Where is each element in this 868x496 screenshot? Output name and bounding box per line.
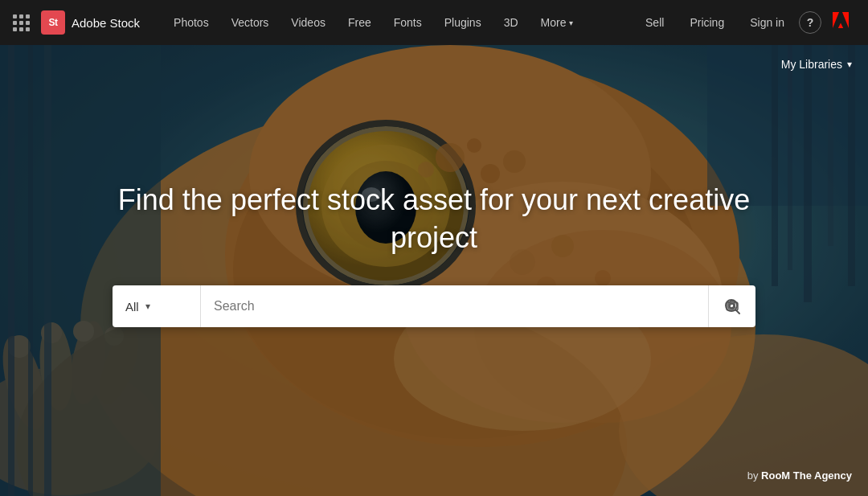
adobe-logo-icon[interactable] — [825, 10, 855, 35]
nav-plugins[interactable]: Plugins — [433, 0, 493, 45]
search-input[interactable] — [201, 299, 708, 314]
more-chevron-icon: ▾ — [569, 18, 573, 27]
search-category-dropdown[interactable]: All ▾ — [113, 285, 201, 327]
photo-attribution: by RooM The Agency — [747, 469, 852, 482]
nav-videos[interactable]: Videos — [280, 0, 337, 45]
nav-free[interactable]: Free — [337, 0, 383, 45]
nav-right: Sell Pricing Sign in ? — [634, 10, 855, 35]
navbar: St Adobe Stock Photos Vectors Videos Fre… — [0, 0, 868, 45]
my-libraries-chevron-icon: ▾ — [847, 59, 852, 70]
nav-more[interactable]: More ▾ — [530, 0, 585, 45]
nav-pricing[interactable]: Pricing — [678, 16, 735, 29]
attribution-name: RooM The Agency — [761, 469, 852, 482]
adobe-stock-logo[interactable]: St Adobe Stock — [41, 10, 140, 35]
nav-signin[interactable]: Sign in — [739, 16, 796, 29]
search-icon — [723, 297, 741, 315]
my-libraries-label: My Libraries — [781, 58, 842, 71]
nav-links: Photos Vectors Videos Free Fonts Plugins… — [162, 0, 634, 45]
nav-fonts[interactable]: Fonts — [383, 0, 433, 45]
search-category-chevron-icon: ▾ — [145, 301, 150, 312]
search-category-label: All — [125, 300, 139, 314]
logo-icon: St — [41, 10, 65, 35]
hero-content: Find the perfect stock asset for your ne… — [0, 182, 868, 328]
help-icon[interactable]: ? — [799, 11, 821, 34]
nav-vectors[interactable]: Vectors — [220, 0, 280, 45]
search-button[interactable] — [708, 285, 755, 327]
my-libraries-button[interactable]: My Libraries ▾ — [781, 58, 852, 71]
nav-3d[interactable]: 3D — [493, 0, 530, 45]
nav-photos[interactable]: Photos — [162, 0, 220, 45]
grid-menu-icon[interactable] — [13, 14, 30, 31]
search-bar: All ▾ — [113, 285, 755, 327]
nav-sell[interactable]: Sell — [634, 16, 675, 29]
hero-section: My Libraries ▾ Find the perfect stock as… — [0, 45, 868, 496]
hero-title: Find the perfect stock asset for your ne… — [104, 182, 764, 257]
logo-text: Adobe Stock — [72, 16, 140, 30]
